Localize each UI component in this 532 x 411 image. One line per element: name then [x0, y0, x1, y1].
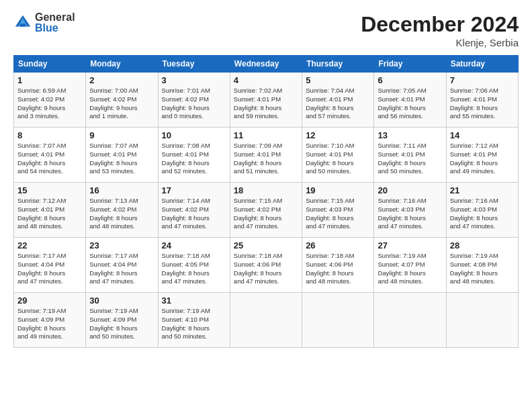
day-cell: 20Sunrise: 7:16 AM Sunset: 4:03 PM Dayli… [374, 183, 446, 238]
day-info: Sunrise: 7:07 AM Sunset: 4:01 PM Dayligh… [89, 142, 154, 176]
day-number: 5 [306, 75, 370, 85]
day-cell: 19Sunrise: 7:15 AM Sunset: 4:03 PM Dayli… [302, 183, 374, 238]
day-info: Sunrise: 7:16 AM Sunset: 4:03 PM Dayligh… [450, 197, 515, 231]
day-number: 23 [89, 240, 154, 250]
day-number: 7 [450, 75, 515, 85]
day-number: 28 [450, 240, 515, 250]
day-cell: 15Sunrise: 7:12 AM Sunset: 4:01 PM Dayli… [14, 183, 86, 238]
day-info: Sunrise: 7:01 AM Sunset: 4:02 PM Dayligh… [162, 87, 226, 121]
logo-text: General Blue [35, 12, 75, 34]
logo: General Blue [13, 12, 75, 34]
day-info: Sunrise: 7:07 AM Sunset: 4:01 PM Dayligh… [17, 142, 82, 176]
day-cell: 27Sunrise: 7:19 AM Sunset: 4:07 PM Dayli… [374, 238, 446, 293]
svg-rect-2 [20, 24, 26, 26]
day-info: Sunrise: 7:13 AM Sunset: 4:02 PM Dayligh… [89, 197, 154, 231]
day-info: Sunrise: 7:06 AM Sunset: 4:01 PM Dayligh… [450, 87, 515, 121]
day-number: 22 [17, 240, 82, 250]
day-info: Sunrise: 7:19 AM Sunset: 4:10 PM Dayligh… [162, 307, 226, 341]
header-row: SundayMondayTuesdayWednesdayThursdayFrid… [14, 56, 519, 73]
day-cell: 3Sunrise: 7:01 AM Sunset: 4:02 PM Daylig… [158, 73, 230, 128]
day-info: Sunrise: 7:18 AM Sunset: 4:06 PM Dayligh… [306, 252, 370, 286]
calendar-table: SundayMondayTuesdayWednesdayThursdayFrid… [13, 55, 519, 348]
day-info: Sunrise: 7:18 AM Sunset: 4:05 PM Dayligh… [162, 252, 226, 286]
header-cell-thursday: Thursday [302, 56, 374, 73]
day-cell: 17Sunrise: 7:14 AM Sunset: 4:02 PM Dayli… [158, 183, 230, 238]
day-cell: 6Sunrise: 7:05 AM Sunset: 4:01 PM Daylig… [374, 73, 446, 128]
day-cell: 25Sunrise: 7:18 AM Sunset: 4:06 PM Dayli… [230, 238, 302, 293]
day-cell: 18Sunrise: 7:15 AM Sunset: 4:02 PM Dayli… [230, 183, 302, 238]
day-number: 9 [89, 130, 154, 140]
week-row-2: 8Sunrise: 7:07 AM Sunset: 4:01 PM Daylig… [14, 128, 519, 183]
day-number: 11 [234, 130, 298, 140]
logo-blue-text: Blue [35, 23, 75, 34]
day-cell: 8Sunrise: 7:07 AM Sunset: 4:01 PM Daylig… [14, 128, 86, 183]
header-cell-wednesday: Wednesday [230, 56, 302, 73]
day-number: 29 [17, 295, 82, 306]
day-cell: 16Sunrise: 7:13 AM Sunset: 4:02 PM Dayli… [86, 183, 158, 238]
day-number: 24 [162, 240, 226, 250]
day-number: 14 [450, 130, 515, 140]
day-cell: 13Sunrise: 7:11 AM Sunset: 4:01 PM Dayli… [374, 128, 446, 183]
header-cell-tuesday: Tuesday [158, 56, 230, 73]
title-block: December 2024 Klenje, Serbia [361, 12, 519, 48]
calendar-page: General Blue December 2024 Klenje, Serbi… [0, 0, 532, 355]
day-info: Sunrise: 7:16 AM Sunset: 4:03 PM Dayligh… [378, 197, 442, 231]
day-number: 31 [162, 295, 226, 306]
day-info: Sunrise: 7:09 AM Sunset: 4:01 PM Dayligh… [234, 142, 298, 176]
day-info: Sunrise: 7:04 AM Sunset: 4:01 PM Dayligh… [306, 87, 370, 121]
location-text: Klenje, Serbia [361, 37, 519, 48]
day-info: Sunrise: 7:14 AM Sunset: 4:02 PM Dayligh… [162, 197, 226, 231]
day-cell: 2Sunrise: 7:00 AM Sunset: 4:02 PM Daylig… [86, 73, 158, 128]
day-cell: 29Sunrise: 7:19 AM Sunset: 4:09 PM Dayli… [14, 293, 86, 348]
day-cell: 30Sunrise: 7:19 AM Sunset: 4:09 PM Dayli… [86, 293, 158, 348]
day-info: Sunrise: 7:19 AM Sunset: 4:07 PM Dayligh… [378, 252, 442, 286]
day-number: 26 [306, 240, 370, 250]
week-row-3: 15Sunrise: 7:12 AM Sunset: 4:01 PM Dayli… [14, 183, 519, 238]
day-info: Sunrise: 7:12 AM Sunset: 4:01 PM Dayligh… [450, 142, 515, 176]
logo-general-text: General [35, 12, 75, 23]
day-number: 13 [378, 130, 442, 140]
day-number: 10 [162, 130, 226, 140]
day-info: Sunrise: 7:19 AM Sunset: 4:08 PM Dayligh… [450, 252, 515, 286]
logo-icon [13, 13, 32, 32]
day-cell: 11Sunrise: 7:09 AM Sunset: 4:01 PM Dayli… [230, 128, 302, 183]
day-info: Sunrise: 7:05 AM Sunset: 4:01 PM Dayligh… [378, 87, 442, 121]
day-cell: 12Sunrise: 7:10 AM Sunset: 4:01 PM Dayli… [302, 128, 374, 183]
day-cell [302, 293, 374, 348]
day-cell: 14Sunrise: 7:12 AM Sunset: 4:01 PM Dayli… [446, 128, 518, 183]
day-info: Sunrise: 7:17 AM Sunset: 4:04 PM Dayligh… [89, 252, 154, 286]
day-number: 2 [89, 75, 154, 85]
day-number: 4 [234, 75, 298, 85]
week-row-4: 22Sunrise: 7:17 AM Sunset: 4:04 PM Dayli… [14, 238, 519, 293]
day-cell: 10Sunrise: 7:08 AM Sunset: 4:01 PM Dayli… [158, 128, 230, 183]
day-number: 21 [450, 185, 515, 195]
day-info: Sunrise: 7:08 AM Sunset: 4:01 PM Dayligh… [162, 142, 226, 176]
header-cell-friday: Friday [374, 56, 446, 73]
day-cell [446, 293, 518, 348]
day-cell: 28Sunrise: 7:19 AM Sunset: 4:08 PM Dayli… [446, 238, 518, 293]
day-cell: 7Sunrise: 7:06 AM Sunset: 4:01 PM Daylig… [446, 73, 518, 128]
day-cell [374, 293, 446, 348]
day-info: Sunrise: 7:19 AM Sunset: 4:09 PM Dayligh… [89, 307, 154, 341]
day-info: Sunrise: 7:00 AM Sunset: 4:02 PM Dayligh… [89, 87, 154, 121]
day-number: 30 [89, 295, 154, 306]
day-number: 20 [378, 185, 442, 195]
day-number: 1 [17, 75, 82, 85]
day-info: Sunrise: 7:19 AM Sunset: 4:09 PM Dayligh… [17, 307, 82, 341]
day-info: Sunrise: 6:59 AM Sunset: 4:02 PM Dayligh… [17, 87, 82, 121]
day-number: 17 [162, 185, 226, 195]
header-cell-sunday: Sunday [14, 56, 86, 73]
day-cell: 23Sunrise: 7:17 AM Sunset: 4:04 PM Dayli… [86, 238, 158, 293]
day-info: Sunrise: 7:02 AM Sunset: 4:01 PM Dayligh… [234, 87, 298, 121]
day-cell: 21Sunrise: 7:16 AM Sunset: 4:03 PM Dayli… [446, 183, 518, 238]
day-number: 3 [162, 75, 226, 85]
day-number: 12 [306, 130, 370, 140]
day-number: 25 [234, 240, 298, 250]
month-title: December 2024 [361, 12, 519, 37]
header-cell-monday: Monday [86, 56, 158, 73]
day-cell: 24Sunrise: 7:18 AM Sunset: 4:05 PM Dayli… [158, 238, 230, 293]
day-info: Sunrise: 7:12 AM Sunset: 4:01 PM Dayligh… [17, 197, 82, 231]
day-number: 18 [234, 185, 298, 195]
day-info: Sunrise: 7:15 AM Sunset: 4:03 PM Dayligh… [306, 197, 370, 231]
day-info: Sunrise: 7:17 AM Sunset: 4:04 PM Dayligh… [17, 252, 82, 286]
